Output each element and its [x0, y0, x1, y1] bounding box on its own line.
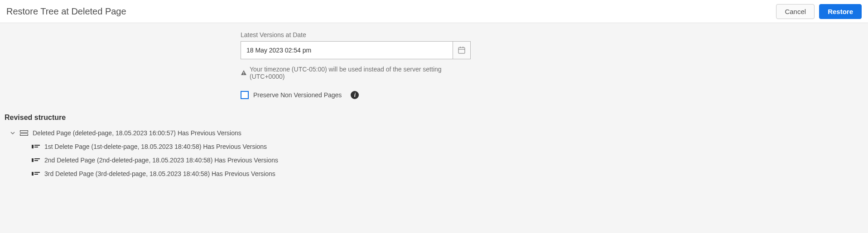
svg-rect-19: [34, 160, 38, 161]
date-input-group: [241, 41, 471, 59]
svg-rect-18: [34, 158, 40, 159]
page-child-icon: [32, 143, 40, 150]
tree-child-label: 1st Delete Page (1st-delete-page, 18.05.…: [44, 143, 267, 150]
svg-rect-15: [34, 145, 40, 146]
svg-rect-20: [32, 172, 34, 176]
preserve-checkbox[interactable]: [241, 91, 249, 99]
cancel-button[interactable]: Cancel: [776, 4, 815, 19]
calendar-icon: [458, 46, 466, 54]
alert-icon: [241, 70, 247, 76]
header-actions: Cancel Restore: [776, 4, 862, 19]
svg-rect-17: [32, 158, 34, 162]
form-area: Latest Versions at Date: [241, 31, 476, 99]
date-input[interactable]: [241, 41, 453, 59]
svg-rect-0: [458, 48, 465, 53]
svg-rect-14: [32, 145, 34, 148]
svg-rect-13: [20, 134, 28, 136]
tree: Deleted Page (deleted-page, 18.05.2023 1…: [0, 126, 868, 181]
svg-rect-11: [243, 74, 244, 75]
tree-root-row[interactable]: Deleted Page (deleted-page, 18.05.2023 1…: [5, 126, 863, 140]
tree-child-label: 3rd Deleted Page (3rd-deleted-page, 18.0…: [44, 170, 275, 177]
tree-root-label: Deleted Page (deleted-page, 18.05.2023 1…: [33, 129, 241, 137]
timezone-text: Your timezone (UTC-05:00) will be used i…: [250, 66, 476, 80]
info-icon[interactable]: i: [351, 91, 359, 99]
date-field-label: Latest Versions at Date: [241, 31, 476, 38]
svg-rect-22: [34, 174, 38, 175]
svg-rect-12: [20, 131, 28, 133]
svg-rect-16: [34, 147, 38, 147]
timezone-note: Your timezone (UTC-05:00) will be used i…: [241, 66, 476, 80]
calendar-button[interactable]: [453, 41, 471, 59]
tree-child-row[interactable]: 2nd Deleted Page (2nd-deleted-page, 18.0…: [5, 153, 863, 167]
tree-child-label: 2nd Deleted Page (2nd-deleted-page, 18.0…: [44, 157, 278, 164]
header: Restore Tree at Deleted Page Cancel Rest…: [0, 0, 868, 23]
page-icon: [20, 130, 28, 136]
page-title: Restore Tree at Deleted Page: [6, 6, 126, 17]
restore-button[interactable]: Restore: [819, 4, 862, 19]
section-title: Revised structure: [0, 114, 868, 122]
page-child-icon: [32, 157, 40, 163]
page-child-icon: [32, 171, 40, 177]
svg-rect-10: [243, 72, 244, 74]
main-content: Latest Versions at Date: [0, 23, 868, 233]
chevron-down-icon[interactable]: [10, 130, 15, 136]
svg-rect-21: [34, 172, 40, 173]
tree-child-row[interactable]: 1st Delete Page (1st-delete-page, 18.05.…: [5, 140, 863, 153]
preserve-checkbox-label: Preserve Non Versioned Pages: [253, 91, 342, 99]
tree-child-row[interactable]: 3rd Deleted Page (3rd-deleted-page, 18.0…: [5, 167, 863, 181]
preserve-checkbox-row: Preserve Non Versioned Pages i: [241, 91, 476, 99]
